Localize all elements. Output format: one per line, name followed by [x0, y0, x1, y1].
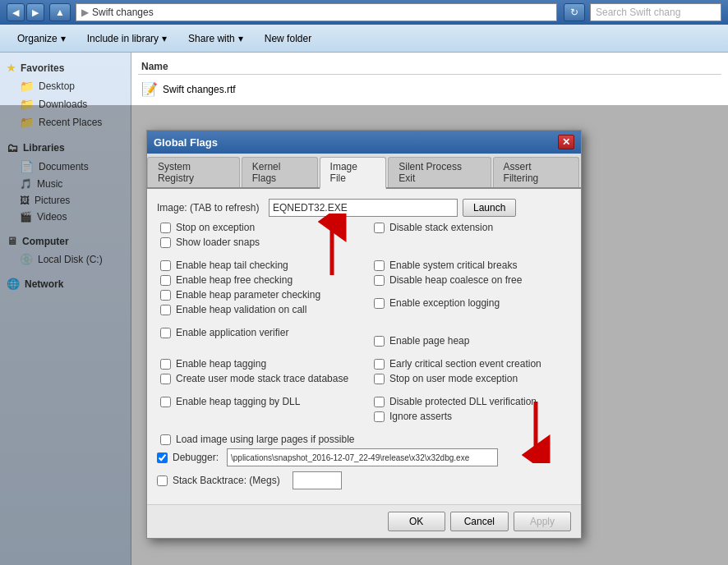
show-loader-snaps-row: Show loader snaps [157, 237, 357, 248]
exception-logging-checkbox[interactable] [374, 298, 385, 309]
disable-heap-coalesce-label: Disable heap coalesce on free [389, 274, 522, 286]
tab-system-registry[interactable]: System Registry [147, 157, 240, 187]
debugger-input[interactable] [227, 448, 498, 466]
col-left-2: Enable heap tail checking Enable heap fr… [157, 260, 364, 319]
heap-tagging-label: Enable heap tagging [176, 358, 266, 370]
heap-free-label: Enable heap free checking [176, 274, 293, 286]
stop-on-exception-checkbox[interactable] [160, 223, 171, 233]
col-right-4: Early critical section event creation St… [364, 358, 571, 388]
tab-assert-filtering-label: Assert Filtering [504, 161, 539, 184]
tab-image-file[interactable]: Image File [320, 157, 387, 189]
disable-stack-extension-checkbox[interactable] [374, 223, 385, 233]
apply-button[interactable]: Apply [514, 512, 571, 531]
heap-tagging-dll-label: Enable heap tagging by DLL [176, 396, 300, 407]
tab-assert-filtering[interactable]: Assert Filtering [493, 157, 579, 187]
stop-on-exception-row: Stop on exception [157, 222, 357, 233]
ok-label: OK [409, 516, 423, 527]
heap-tail-checkbox[interactable] [160, 260, 171, 271]
disable-protected-dll-checkbox[interactable] [374, 397, 385, 407]
tab-system-registry-label: System Registry [158, 161, 194, 184]
modal-overlay: Global Flags ✕ System Registry Kernel Fl… [0, 105, 728, 565]
window-controls[interactable]: ◀ ▶ [7, 3, 44, 21]
heap-param-label: Enable heap parameter checking [176, 289, 320, 301]
page-heap-checkbox[interactable] [374, 336, 385, 347]
early-critical-checkbox[interactable] [374, 359, 385, 370]
heap-validation-row: Enable heap validation on call [157, 304, 357, 315]
user-mode-stack-label: Create user mode stack trace database [176, 373, 348, 384]
ignore-asserts-checkbox[interactable] [374, 411, 385, 422]
address-bar[interactable]: ▶ Swift changes [76, 3, 557, 21]
share-with-button[interactable]: Share with ▾ [179, 28, 252, 49]
two-col-section3: Enable application verifier Enable page … [157, 327, 571, 350]
tab-silent-process-exit-label: Silent Process Exit [399, 161, 462, 184]
dialog-close-button[interactable]: ✕ [558, 135, 574, 149]
col-left-4: Enable heap tagging Create user mode sta… [157, 358, 364, 388]
tab-kernel-flags-label: Kernel Flags [252, 161, 281, 184]
global-flags-dialog: Global Flags ✕ System Registry Kernel Fl… [146, 130, 582, 539]
debugger-row: Debugger: [157, 448, 571, 466]
desktop-label: Desktop [39, 80, 75, 92]
two-col-section4: Enable heap tagging Create user mode sta… [157, 358, 571, 388]
name-column: Name [141, 61, 168, 72]
disable-stack-extension-row: Disable stack extension [371, 222, 571, 233]
cancel-button[interactable]: Cancel [450, 512, 509, 531]
col-right-2: Enable system critical breaks Disable he… [364, 260, 571, 319]
forward-button[interactable]: ▶ [26, 3, 44, 21]
exception-logging-label: Enable exception logging [389, 297, 500, 309]
disable-heap-coalesce-checkbox[interactable] [374, 275, 385, 286]
heap-param-row: Enable heap parameter checking [157, 289, 357, 301]
heap-tagging-checkbox[interactable] [160, 359, 171, 370]
refresh-button[interactable]: ↻ [564, 3, 585, 21]
share-with-label: Share with [188, 33, 235, 44]
launch-button[interactable]: Launch [463, 199, 516, 217]
user-mode-stack-row: Create user mode stack trace database [157, 373, 357, 384]
show-loader-snaps-checkbox[interactable] [160, 237, 171, 248]
tab-silent-process-exit[interactable]: Silent Process Exit [388, 157, 491, 187]
favorites-label: Favorites [21, 62, 64, 74]
stack-backtrace-input[interactable] [293, 471, 342, 489]
ok-button[interactable]: OK [388, 512, 445, 531]
sidebar-item-desktop[interactable]: 📁 Desktop [0, 77, 131, 95]
load-image-large-pages-label: Load image using large pages if possible [176, 434, 354, 445]
heap-tagging-dll-checkbox[interactable] [160, 397, 171, 407]
image-input[interactable] [269, 199, 458, 217]
heap-tagging-dll-row: Enable heap tagging by DLL [157, 396, 357, 407]
two-col-section2: Enable heap tail checking Enable heap fr… [157, 260, 571, 319]
user-mode-stack-checkbox[interactable] [160, 374, 171, 384]
file-item[interactable]: 📝 Swift changes.rtf [138, 78, 721, 100]
search-box[interactable]: Search Swift chang [590, 3, 721, 21]
load-image-large-pages-checkbox[interactable] [160, 434, 171, 445]
ignore-asserts-row: Ignore asserts [371, 411, 571, 422]
app-verifier-row: Enable application verifier [157, 327, 357, 338]
organize-chevron: ▾ [61, 33, 66, 44]
heap-free-checkbox[interactable] [160, 275, 171, 286]
back-button[interactable]: ◀ [7, 3, 25, 21]
debugger-checkbox[interactable] [157, 452, 168, 463]
exception-logging-row: Enable exception logging [371, 297, 571, 309]
heap-validation-checkbox[interactable] [160, 305, 171, 315]
cancel-label: Cancel [464, 516, 495, 527]
system-critical-checkbox[interactable] [374, 260, 385, 271]
tab-image-file-label: Image File [330, 161, 357, 184]
system-critical-label: Enable system critical breaks [389, 260, 517, 271]
organize-button[interactable]: Organize ▾ [8, 28, 75, 49]
heap-param-checkbox[interactable] [160, 290, 171, 301]
up-button[interactable]: ▲ [49, 3, 71, 21]
include-library-button[interactable]: Include in library ▾ [78, 28, 176, 49]
page-heap-label: Enable page heap [389, 335, 469, 347]
dialog-content: Image: (TAB to refresh) Launch Stop on e… [147, 189, 581, 504]
system-critical-row: Enable system critical breaks [371, 260, 571, 271]
stop-user-mode-row: Stop on user mode exception [371, 373, 571, 384]
main-container: ★ Favorites 📁 Desktop 📁 Downloads 📁 Rece… [0, 53, 728, 565]
favorites-header[interactable]: ★ Favorites [0, 59, 131, 77]
app-verifier-label: Enable application verifier [176, 327, 288, 338]
stack-backtrace-checkbox[interactable] [157, 475, 168, 486]
app-verifier-checkbox[interactable] [160, 328, 171, 338]
include-library-label: Include in library [87, 33, 159, 44]
col-left-3: Enable application verifier [157, 327, 364, 350]
col-right-1: Disable stack extension [364, 222, 571, 251]
new-folder-label: New folder [265, 33, 311, 44]
stop-user-mode-checkbox[interactable] [374, 374, 385, 384]
tab-kernel-flags[interactable]: Kernel Flags [242, 157, 318, 187]
new-folder-button[interactable]: New folder [256, 28, 320, 49]
